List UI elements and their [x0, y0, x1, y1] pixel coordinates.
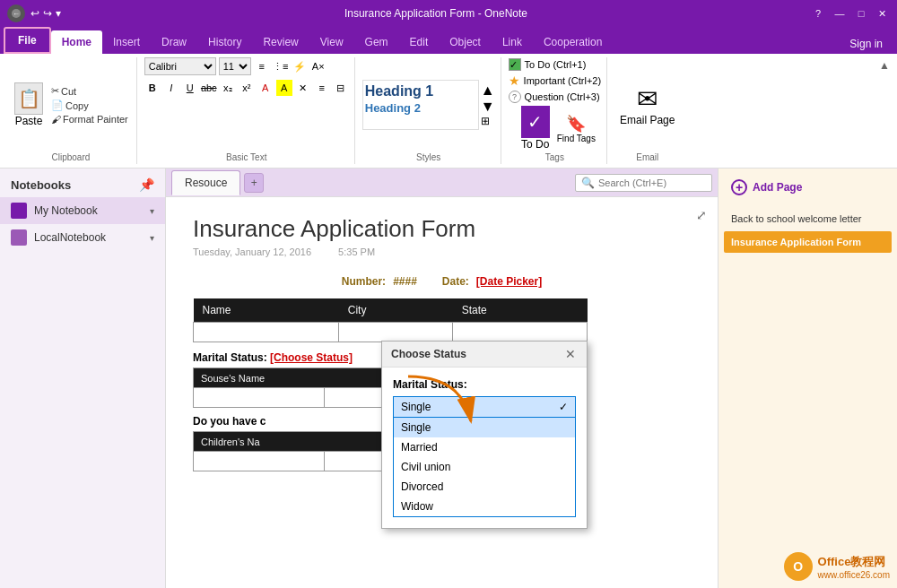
highlight-button[interactable]: ⚡	[292, 58, 308, 74]
clipboard-group-label: Clipboard	[51, 152, 90, 164]
tab-history[interactable]: History	[197, 30, 252, 54]
tab-review[interactable]: Review	[252, 30, 309, 54]
dialog-select-header[interactable]: Single ✓	[394, 397, 575, 417]
styles-scroll-down[interactable]: ▼	[481, 99, 495, 115]
styles-scroll-up[interactable]: ▲	[481, 82, 495, 99]
dropdown-item-widow[interactable]: Widow	[394, 497, 575, 516]
tab-gem[interactable]: Gem	[354, 30, 399, 54]
spouse-name-cell[interactable]	[194, 388, 325, 408]
tab-draw[interactable]: Draw	[151, 30, 197, 54]
page-date: Tuesday, January 12, 2016	[193, 246, 311, 257]
close-button[interactable]: ✕	[875, 6, 890, 21]
remove-formatting-button[interactable]: ✕	[295, 80, 311, 96]
styles-more[interactable]: ⊞	[481, 115, 495, 127]
ribbon-collapse-button[interactable]: ▲	[879, 59, 890, 72]
todo-tag-item[interactable]: ✓ To Do (Ctrl+1)	[509, 57, 587, 72]
watermark-brand: Office教程网	[818, 554, 890, 570]
copy-button[interactable]: 📄 Copy	[48, 99, 131, 112]
tab-link[interactable]: Link	[492, 30, 533, 54]
paste-button[interactable]: 📋 Paste	[11, 81, 47, 129]
td-name[interactable]	[194, 323, 339, 342]
superscript-button[interactable]: x²	[239, 80, 255, 96]
td-city[interactable]	[339, 323, 453, 342]
star-icon: ★	[509, 74, 520, 88]
my-notebook-label: My Notebook	[34, 204, 143, 217]
redo-button[interactable]: ↪	[43, 7, 52, 20]
sidebar-item-local-notebook[interactable]: LocalNotebook ▾	[0, 224, 165, 251]
find-tags-label[interactable]: Find Tags	[557, 134, 596, 143]
maximize-button[interactable]: □	[854, 6, 868, 21]
subscript-button[interactable]: x₂	[220, 80, 236, 96]
choose-status-link[interactable]: [Choose Status]	[270, 351, 353, 364]
expand-button[interactable]: ⤢	[696, 208, 707, 222]
important-tag-item[interactable]: ★ Important (Ctrl+2)	[509, 73, 602, 89]
dropdown-item-single[interactable]: Single	[394, 418, 575, 437]
sidebar-item-my-notebook[interactable]: My Notebook ▾	[0, 197, 165, 224]
tab-view[interactable]: View	[309, 30, 354, 54]
question-tag-item[interactable]: ? Question (Ctrl+3)	[509, 90, 600, 104]
tab-cooperation[interactable]: Cooperation	[533, 30, 613, 54]
help-button[interactable]: ?	[811, 6, 825, 21]
bold-button[interactable]: B	[144, 80, 161, 96]
tab-object[interactable]: Object	[439, 30, 492, 54]
undo-button[interactable]: ↩	[30, 7, 39, 20]
page-item-back-to-school[interactable]: Back to school welcome letter	[724, 208, 892, 229]
todo-tag-label: To Do (Ctrl+1)	[525, 59, 587, 70]
page-time: 5:35 PM	[338, 246, 375, 257]
bullet-list-button[interactable]: ≡	[254, 58, 270, 74]
text-highlight-button[interactable]: A	[276, 80, 292, 96]
my-notebook-arrow: ▾	[150, 206, 154, 216]
table-row	[194, 323, 588, 342]
tab-insert[interactable]: Insert	[102, 30, 151, 54]
sidebar-pin-button[interactable]: 📌	[139, 177, 154, 192]
dropdown-item-civil-union[interactable]: Civil union	[394, 457, 575, 477]
page-meta: Tuesday, January 12, 2016 5:35 PM	[193, 246, 691, 257]
tab-resouce[interactable]: Resouce	[171, 170, 240, 195]
todo-button[interactable]: ✓ To Do	[518, 104, 553, 152]
dialog-select-wrapper: Single ✓ Single Married Civil union Divo…	[393, 396, 576, 517]
sign-in-button[interactable]: Sign in	[842, 34, 890, 54]
italic-button[interactable]: I	[163, 80, 179, 96]
date-picker-link[interactable]: [Date Picker]	[476, 275, 542, 288]
add-page-button[interactable]: + Add Page	[724, 174, 892, 201]
format-painter-button[interactable]: 🖌 Format Painter	[48, 113, 131, 125]
heading2-style[interactable]: Heading 2	[365, 101, 476, 117]
clear-format-button[interactable]: A×	[310, 58, 327, 74]
font-family-select[interactable]: Calibri	[144, 57, 216, 75]
back-button[interactable]: ←	[7, 4, 25, 22]
minimize-button[interactable]: —	[832, 6, 847, 21]
dropdown-item-married[interactable]: Married	[394, 437, 575, 457]
search-input[interactable]	[598, 177, 706, 188]
email-page-button[interactable]: ✉ Email Page	[614, 82, 680, 128]
tab-edit[interactable]: Edit	[399, 30, 440, 54]
numbered-list-button[interactable]: ⋮≡	[273, 58, 289, 74]
tab-file[interactable]: File	[4, 27, 51, 54]
dialog-close-button[interactable]: ✕	[563, 347, 578, 361]
heading1-style[interactable]: Heading 1	[365, 82, 476, 101]
window-title: Insurance Application Form - OneNote	[344, 7, 527, 20]
font-size-select[interactable]: 11	[219, 57, 251, 75]
styles-group: Heading 1 Heading 2 ▲ ▼ ⊞ Styles	[357, 57, 501, 164]
page-item-insurance[interactable]: Insurance Application Form	[724, 231, 892, 253]
child-name-cell[interactable]	[194, 452, 325, 471]
indent-button[interactable]: ⊟	[333, 80, 349, 96]
font-format-row: B I U abc x₂ x² A A ✕ ≡ ⊟	[144, 80, 349, 96]
dropdown-item-divorced[interactable]: Divorced	[394, 477, 575, 497]
td-state[interactable]	[453, 323, 588, 342]
search-icon: 🔍	[581, 177, 595, 189]
paste-label: Paste	[15, 115, 43, 127]
font-row: Calibri 11 ≡ ⋮≡ ⚡ A×	[144, 57, 349, 75]
qa-dropdown[interactable]: ▾	[56, 7, 61, 20]
cut-button[interactable]: ✂ Cut	[48, 84, 131, 98]
underline-button[interactable]: U	[182, 80, 198, 96]
dialog-title: Choose Status	[391, 348, 466, 360]
font-color-button[interactable]: A	[257, 80, 274, 96]
title-bar: ← ↩ ↪ ▾ Insurance Application Form - One…	[0, 0, 897, 27]
paste-icon: 📋	[14, 82, 43, 115]
dialog-selected-value: Single	[401, 401, 431, 413]
tab-home[interactable]: Home	[51, 30, 102, 54]
align-button[interactable]: ≡	[314, 80, 330, 96]
tab-add-button[interactable]: +	[244, 173, 264, 193]
clipboard-group-content: 📋 Paste ✂ Cut 📄 Copy 🖌 Format Painter	[11, 57, 131, 152]
strikethrough-button[interactable]: abc	[201, 80, 217, 96]
